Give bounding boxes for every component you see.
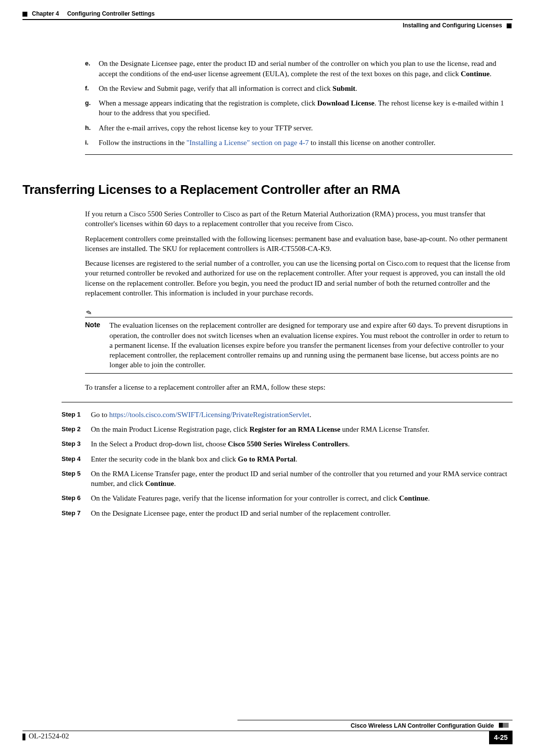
substep-label: g. <box>85 98 99 118</box>
step-7: Step 7 On the Designate Licensee page, e… <box>62 508 513 518</box>
note-bottom-rule <box>85 373 513 374</box>
note-icon: ✎ <box>84 309 93 316</box>
chapter-number: Chapter 4 <box>32 10 59 17</box>
body-paragraph: If you return a Cisco 5500 Series Contro… <box>85 209 513 229</box>
step-text: On the RMA License Transfer page, enter … <box>91 469 513 489</box>
footer-marker-icon <box>499 722 509 729</box>
step-label: Step 3 <box>62 439 91 449</box>
note-label: Note <box>85 320 109 370</box>
header-rule <box>22 19 513 20</box>
step-6: Step 6 On the Validate Features page, ve… <box>62 493 513 503</box>
substep-i: i. Follow the instructions in the "Insta… <box>85 138 513 147</box>
step-text: In the Select a Product drop-down list, … <box>91 439 513 449</box>
page-footer: Cisco Wireless LAN Controller Configurat… <box>22 720 513 744</box>
step-list: Step 1 Go to https://tools.cisco.com/SWI… <box>62 410 513 518</box>
steps-intro: To transfer a license to a replacement c… <box>85 382 513 392</box>
step-3: Step 3 In the Select a Product drop-down… <box>62 439 513 449</box>
substep-label: h. <box>85 123 99 133</box>
page-number: 4-25 <box>489 731 513 744</box>
body-paragraph: Because licenses are registered to the s… <box>85 258 513 298</box>
section-body: If you return a Cisco 5500 Series Contro… <box>85 209 513 298</box>
chapter-title: Configuring Controller Settings <box>67 10 154 17</box>
step-1: Step 1 Go to https://tools.cisco.com/SWI… <box>62 410 513 420</box>
step-2: Step 2 On the main Product License Regis… <box>62 424 513 434</box>
substep-label: e. <box>85 59 99 79</box>
substep-e: e. On the Designate Licensee page, enter… <box>85 59 513 79</box>
substep-f: f. On the Review and Submit page, verify… <box>85 84 513 93</box>
step-label: Step 1 <box>62 410 91 420</box>
header-subtitle: Installing and Configuring Licenses <box>403 22 502 29</box>
step-label: Step 5 <box>62 469 91 489</box>
substep-h: h. After the e-mail arrives, copy the re… <box>85 123 513 133</box>
cross-reference-link[interactable]: "Installing a License" section on page 4… <box>187 139 309 147</box>
header-marker-icon <box>22 12 27 17</box>
substep-text: On the Review and Submit page, verify th… <box>99 84 513 93</box>
page-header: Chapter 4 Configuring Controller Setting… <box>22 10 513 19</box>
header-marker-icon <box>507 23 512 28</box>
step-text: On the main Product License Registration… <box>91 424 513 434</box>
substep-text: On the Designate Licensee page, enter th… <box>99 59 513 79</box>
substep-text: After the e-mail arrives, copy the rehos… <box>99 123 513 133</box>
step-label: Step 7 <box>62 508 91 518</box>
step-text: Enter the security code in the blank box… <box>91 454 513 464</box>
step-label: Step 6 <box>62 493 91 503</box>
substep-text: When a message appears indicating that t… <box>99 98 513 118</box>
substep-text: Follow the instructions in the "Installi… <box>99 138 513 147</box>
substep-label: f. <box>85 84 99 93</box>
step-label: Step 2 <box>62 424 91 434</box>
steps-top-rule <box>62 402 513 402</box>
external-link[interactable]: https://tools.cisco.com/SWIFT/Licensing/… <box>109 411 310 419</box>
step-text: On the Validate Features page, verify th… <box>91 493 513 503</box>
footer-guide-title: Cisco Wireless LAN Controller Configurat… <box>351 722 494 729</box>
footer-bar-icon <box>22 734 25 740</box>
substep-end-rule <box>85 154 513 155</box>
substep-label: i. <box>85 138 99 147</box>
body-paragraph: Replacement controllers come preinstalle… <box>85 234 513 254</box>
step-4: Step 4 Enter the security code in the bl… <box>62 454 513 464</box>
step-text: On the Designate Licensee page, enter th… <box>91 508 513 518</box>
step-5: Step 5 On the RMA License Transfer page,… <box>62 469 513 489</box>
footer-doc-number: OL-21524-02 <box>29 732 69 740</box>
substep-list: e. On the Designate Licensee page, enter… <box>85 59 513 147</box>
note-text: The evaluation licenses on the replaceme… <box>109 320 513 370</box>
note-block: ✎ Note The evaluation licenses on the re… <box>85 307 513 374</box>
step-text: Go to https://tools.cisco.com/SWIFT/Lice… <box>91 410 513 420</box>
step-label: Step 4 <box>62 454 91 464</box>
section-heading: Transferring Licenses to a Replacement C… <box>22 181 513 198</box>
substep-g: g. When a message appears indicating tha… <box>85 98 513 118</box>
